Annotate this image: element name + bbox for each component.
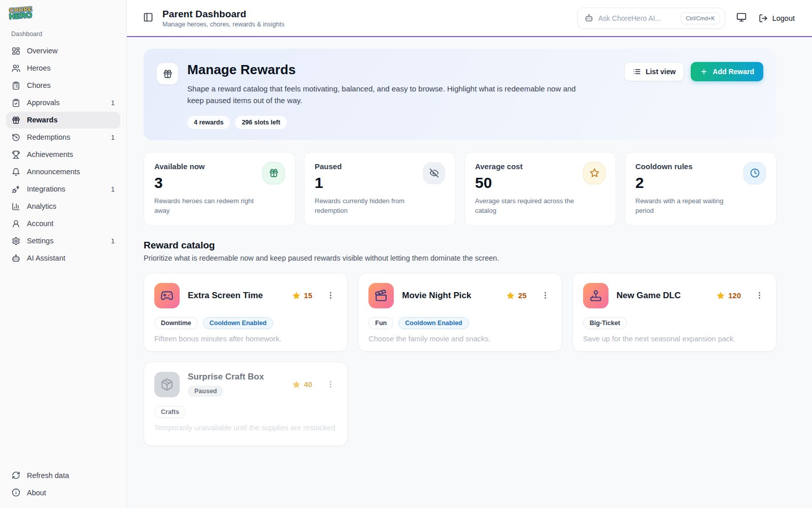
ask-ai-input[interactable]: Ask ChoreHero AI... Ctrl/Cmd+K (577, 8, 725, 29)
list-view-label: List view (646, 68, 675, 76)
star-icon (506, 291, 515, 300)
app-root: CHORE HERO Dashboard OverviewHeroesChore… (0, 0, 812, 508)
reward-card-extra-screen-time[interactable]: Extra Screen Time15DowntimeCooldown Enab… (144, 273, 348, 352)
reward-menu-button[interactable] (539, 289, 552, 302)
sidebar-item-badge: 1 (111, 185, 115, 193)
sidebar-item-redemptions[interactable]: Redemptions1 (6, 129, 120, 146)
logout-icon (759, 14, 768, 23)
reward-menu-button[interactable] (324, 289, 337, 302)
hero-gift-chip (157, 63, 178, 84)
top-header: Parent Dashboard Manage heroes, chores, … (127, 0, 812, 37)
reward-cost-value: 25 (518, 291, 527, 300)
display-mode-button[interactable] (735, 11, 748, 25)
sidebar-item-label: Settings (27, 237, 53, 245)
sidebar-item-refresh-data[interactable]: Refresh data (6, 467, 120, 484)
hero-actions: List view Add Reward (624, 62, 763, 81)
sidebar-item-rewards[interactable]: Rewards (6, 112, 120, 129)
sidebar-item-about[interactable]: About (6, 484, 120, 501)
list-view-button[interactable]: List view (624, 62, 684, 81)
stats-row: Available now3Rewards heroes can redeem … (144, 152, 776, 226)
reward-cards-grid: Extra Screen Time15DowntimeCooldown Enab… (144, 273, 776, 446)
reward-card-new-game-dlc[interactable]: New Game DLC120Big-TicketSave up for the… (572, 273, 776, 352)
header-right: Ask ChoreHero AI... Ctrl/Cmd+K Logout (577, 8, 796, 29)
sidebar-item-label: Rewards (27, 116, 57, 124)
logo-line-2: HERO (9, 12, 32, 20)
bell-icon (12, 168, 20, 176)
more-vertical-icon (541, 291, 550, 300)
reward-card-movie-night-pick[interactable]: Movie Night Pick25FunCooldown EnabledCho… (358, 273, 562, 352)
sidebar-item-label: Approvals (27, 99, 59, 107)
sidebar-item-ai-assistant[interactable]: AI Assistant (6, 250, 120, 267)
add-reward-button[interactable]: Add Reward (691, 62, 763, 81)
sidebar-item-badge: 1 (111, 99, 115, 107)
reward-description: Fifteen bonus minutes after homework. (154, 335, 337, 343)
monitor-icon (736, 12, 747, 24)
reward-tags: FunCooldown Enabled (368, 317, 551, 329)
manage-rewards-hero: Manage Rewards Shape a reward catalog th… (144, 49, 776, 140)
reward-description: Choose the family movie and snacks. (368, 335, 551, 343)
stat-description: Average stars required across the catalo… (475, 196, 582, 216)
clock-icon (743, 162, 766, 184)
catalog-title: Reward catalog (144, 240, 776, 251)
reward-menu-button[interactable] (753, 289, 766, 302)
sidebar-item-label: Refresh data (27, 471, 69, 480)
reward-tag-big-ticket: Big-Ticket (583, 317, 627, 329)
gamepad-icon (154, 283, 180, 308)
stat-card-cooldown-rules: Cooldown rules2Rewards with a repeat wai… (625, 152, 776, 226)
reward-cost: 120 (716, 291, 741, 300)
logout-button[interactable]: Logout (758, 12, 796, 25)
info-icon (12, 488, 20, 497)
reward-description: Save up for the next seasonal expansion … (583, 335, 766, 343)
content-scroll-area[interactable]: Manage Rewards Shape a reward catalog th… (127, 37, 812, 508)
trophy-icon (12, 150, 20, 159)
reward-menu-button[interactable] (324, 378, 337, 391)
joystick-icon (583, 283, 608, 308)
sidebar-item-label: Redemptions (27, 133, 70, 141)
star-icon (292, 380, 301, 389)
reward-name: Extra Screen Time (188, 291, 284, 301)
stat-card-paused: Paused1Rewards currently hidden from red… (304, 152, 456, 226)
reward-tags: Crafts (154, 406, 337, 418)
add-reward-label: Add Reward (713, 68, 754, 76)
sidebar-nav: OverviewHeroesChoresApprovals1RewardsRed… (6, 43, 120, 267)
bot-icon (585, 14, 593, 22)
sidebar-item-analytics[interactable]: Analytics (6, 198, 120, 215)
sidebar-item-achievements[interactable]: Achievements (6, 146, 120, 163)
more-vertical-icon (326, 291, 335, 300)
sidebar-item-overview[interactable]: Overview (6, 43, 120, 59)
stat-card-average-cost: Average cost50Average stars required acr… (464, 152, 616, 226)
sidebar-item-settings[interactable]: Settings1 (6, 233, 120, 249)
reward-name: Movie Night Pick (402, 291, 498, 301)
plug-zap-icon (12, 185, 20, 194)
more-vertical-icon (326, 380, 335, 389)
sidebar-item-label: Overview (27, 47, 57, 55)
sidebar-item-label: Heroes (27, 64, 51, 72)
sidebar-item-integrations[interactable]: Integrations1 (6, 181, 120, 198)
stat-description: Rewards currently hidden from redemption (315, 196, 421, 216)
sidebar-item-chores[interactable]: Chores (6, 77, 120, 94)
reward-description: Temporarily unavailable until the suppli… (154, 424, 337, 432)
star-icon (583, 162, 605, 184)
sidebar-item-badge: 1 (111, 134, 115, 141)
gift-icon (262, 162, 285, 184)
sidebar-item-approvals[interactable]: Approvals1 (6, 94, 120, 111)
reward-cost: 25 (506, 291, 527, 300)
clapper-icon (368, 283, 394, 308)
sidebar-item-label: Achievements (27, 150, 73, 158)
reward-cost: 15 (292, 291, 313, 300)
sidebar-item-label: AI Assistant (27, 254, 65, 262)
sidebar-item-account[interactable]: Account (6, 215, 120, 232)
reward-name: Surprise Craft Box (188, 372, 284, 382)
sidebar-toggle-button[interactable] (142, 11, 154, 25)
logout-label: Logout (772, 14, 795, 22)
panel-left-icon (143, 12, 153, 24)
reward-card-surprise-craft-box[interactable]: Surprise Craft BoxPaused40CraftsTemporar… (144, 362, 348, 446)
sidebar-item-label: About (27, 489, 46, 497)
page-subtitle: Manage heroes, chores, rewards & insight… (162, 21, 284, 28)
reward-tag-cooldown-enabled: Cooldown Enabled (398, 317, 469, 329)
stat-description: Rewards with a repeat waiting period (635, 196, 742, 216)
sidebar-item-label: Integrations (27, 185, 65, 193)
sidebar-item-heroes[interactable]: Heroes (6, 60, 120, 77)
app-logo: CHORE HERO (6, 5, 120, 24)
sidebar-item-announcements[interactable]: Announcements (6, 164, 120, 180)
